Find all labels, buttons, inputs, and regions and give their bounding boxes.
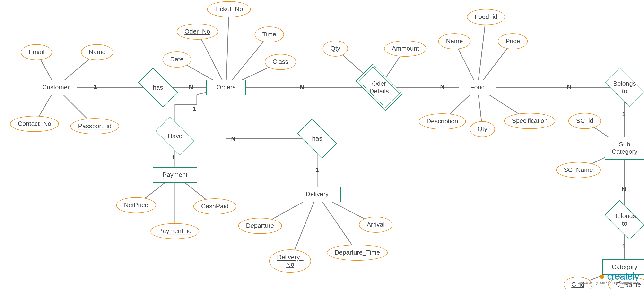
attr-o_date: Date xyxy=(162,51,192,67)
creately-logo: ● creately xyxy=(578,271,639,282)
attr-p_cash: CashPaid xyxy=(194,198,236,215)
attr-f_foodid: Food_id xyxy=(467,9,505,25)
attr-d_deptime: Departure_Time xyxy=(327,245,388,261)
cardinality-f_bel_N: N xyxy=(567,83,571,90)
cardinality-o_have_1: 1 xyxy=(193,105,196,112)
cardinality-sub_bel_1: 1 xyxy=(622,243,625,250)
entity-sub-category: Sub Category xyxy=(605,137,644,160)
attr-c_contact: Contact_No xyxy=(10,116,59,132)
watermark: ● creately www.creately.com • Online Dia… xyxy=(578,271,639,285)
cardinality-o_det_N1: N xyxy=(300,83,304,90)
entity-orders: Orders xyxy=(206,80,246,95)
attr-sc_name: SC_Name xyxy=(556,162,601,178)
attr-od_qty: Qty xyxy=(323,40,348,57)
attr-od_amt: Ammount xyxy=(384,40,426,57)
cardinality-o_have_p1: 1 xyxy=(172,154,175,161)
entity-delivery: Delivery xyxy=(294,187,341,202)
attr-o_time: Time xyxy=(255,26,284,42)
cardinality-sub_bel_N: N xyxy=(622,186,626,193)
attr-f_price: Price xyxy=(498,33,528,49)
cardinality-o_hasd_N: N xyxy=(231,136,235,142)
svg-line-14 xyxy=(317,194,357,253)
cardinality-o_hasd_1: 1 xyxy=(316,167,318,173)
cardinality-f_bel_1: 1 xyxy=(622,111,625,118)
entity-food: Food xyxy=(459,80,496,95)
attr-o_class: Class xyxy=(265,54,296,70)
attr-c_email: Email xyxy=(21,44,52,60)
svg-line-19 xyxy=(478,17,486,87)
attr-d_no: Delivery_ No xyxy=(269,250,311,273)
cardinality-c_o_N: N xyxy=(189,83,193,90)
attr-c_passport: Passport_id xyxy=(70,118,119,134)
attr-o_oderno: Oder_No xyxy=(177,23,218,39)
attr-sc_id: SC_id xyxy=(568,113,601,129)
svg-line-4 xyxy=(226,9,229,87)
cardinality-o_det_N2: N xyxy=(440,83,444,90)
entity-customer: Customer xyxy=(35,80,77,95)
attr-o_ticket: Ticket_No xyxy=(207,1,251,17)
attr-d_dep: Departure xyxy=(238,218,282,234)
attr-f_qty: Qty xyxy=(470,121,495,137)
attr-c_name: Name xyxy=(81,44,113,60)
attr-p_net: NetPrice xyxy=(116,197,156,213)
attr-f_desc: Description xyxy=(419,113,466,129)
watermark-tagline: www.creately.com • Online Diagramming xyxy=(578,281,639,285)
attr-d_arr: Arrival xyxy=(359,217,392,233)
cardinality-c_o_1: 1 xyxy=(94,83,97,90)
attr-p_id: Payment_id xyxy=(150,223,199,239)
attr-f_spec: Specification xyxy=(504,113,555,129)
entity-payment: Payment xyxy=(152,167,197,183)
attr-f_name: Name xyxy=(438,33,470,49)
